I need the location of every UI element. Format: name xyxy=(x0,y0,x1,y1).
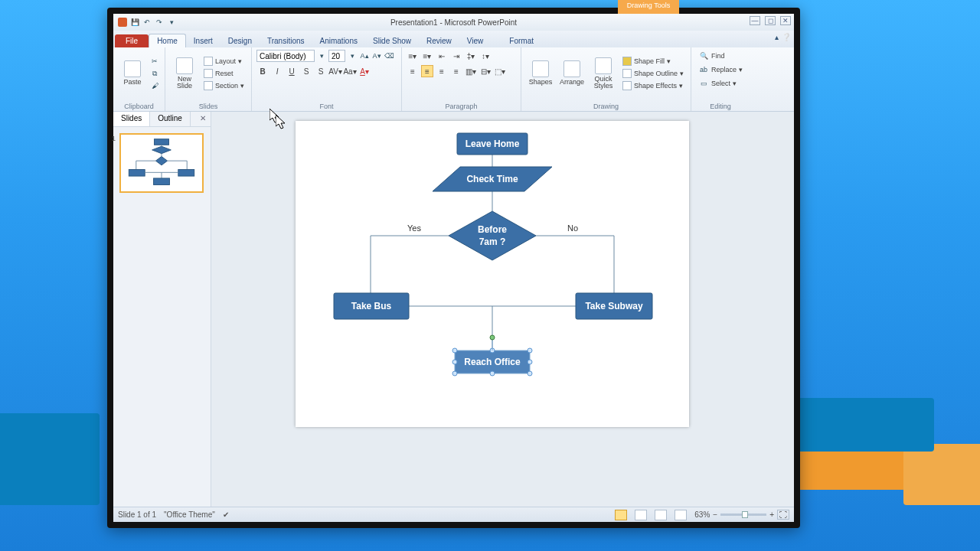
tab-animations[interactable]: Animations xyxy=(312,34,365,47)
shadow-button[interactable]: S xyxy=(315,65,327,77)
ribbon: Paste ✂ ⧉ 🖌 Clipboard New Slide Layout ▾ xyxy=(113,47,794,112)
quick-styles-button[interactable]: Quick Styles xyxy=(589,50,618,97)
slide[interactable]: Leave Home Check Time Before 7am ? Yes N… xyxy=(296,121,689,427)
grow-font-icon[interactable]: A▴ xyxy=(359,51,370,61)
find-button[interactable]: 🔍Find xyxy=(696,50,745,62)
reading-view-button[interactable] xyxy=(655,510,667,520)
clear-format-icon[interactable]: ⌫ xyxy=(384,51,394,61)
new-slide-button[interactable]: New Slide xyxy=(170,50,199,97)
line-spacing-button[interactable]: ‡▾ xyxy=(465,50,477,62)
chevron-down-icon[interactable]: ▾ xyxy=(316,51,327,61)
slide-number: 1 xyxy=(112,135,116,142)
tab-design[interactable]: Design xyxy=(220,34,260,47)
resize-handle[interactable] xyxy=(528,360,532,364)
resize-handle[interactable] xyxy=(490,371,495,376)
align-center-button[interactable]: ≡ xyxy=(421,65,433,77)
redo-icon[interactable]: ↷ xyxy=(155,18,164,27)
shape-effects-button[interactable]: Shape Effects ▾ xyxy=(620,80,686,91)
fit-window-button[interactable]: ⛶ xyxy=(777,510,789,520)
layout-button[interactable]: Layout ▾ xyxy=(201,56,247,67)
arrange-button[interactable]: Arrange xyxy=(557,50,586,97)
paste-button[interactable]: Paste xyxy=(118,50,147,97)
desktop-decor xyxy=(781,398,934,452)
font-name-input[interactable] xyxy=(256,50,315,62)
font-size-input[interactable] xyxy=(328,50,345,62)
align-left-button[interactable]: ≡ xyxy=(407,65,419,77)
zoom-in-button[interactable]: + xyxy=(769,510,774,519)
shape-outline-button[interactable]: Shape Outline ▾ xyxy=(620,68,686,79)
cut-icon[interactable]: ✂ xyxy=(149,56,160,67)
spacing-button[interactable]: AV▾ xyxy=(329,65,341,77)
minimize-button[interactable]: — xyxy=(750,16,760,25)
align-text-button[interactable]: ⊟▾ xyxy=(479,65,492,77)
close-panel-button[interactable]: ✕ xyxy=(195,112,211,126)
tab-home[interactable]: Home xyxy=(149,34,186,47)
spellcheck-icon[interactable]: ✔ xyxy=(223,510,229,519)
sorter-view-button[interactable] xyxy=(635,510,647,520)
chevron-down-icon[interactable]: ▾ xyxy=(347,51,358,61)
replace-button[interactable]: abReplace ▾ xyxy=(696,64,745,76)
group-label: Slides xyxy=(170,103,247,110)
help-icon[interactable]: ❔ xyxy=(782,33,791,41)
columns-button[interactable]: ▥▾ xyxy=(465,65,477,77)
qat-dropdown-icon[interactable]: ▾ xyxy=(167,18,176,27)
slide-canvas[interactable]: Leave Home Check Time Before 7am ? Yes N… xyxy=(211,112,794,507)
text-direction-button[interactable]: ↕▾ xyxy=(479,50,492,62)
desktop-decor xyxy=(0,413,100,505)
shape-fill-button[interactable]: Shape Fill ▾ xyxy=(620,56,686,67)
format-painter-icon[interactable]: 🖌 xyxy=(149,80,160,91)
group-paragraph: ≡▾ ≡▾ ⇤ ⇥ ‡▾ ↕▾ ≡ ≡ ≡ ≡ ▥▾ ⊟▾ ⬚▾ Paragra xyxy=(402,47,521,111)
bold-button[interactable]: B xyxy=(256,65,269,77)
strike-button[interactable]: S xyxy=(300,65,312,77)
italic-button[interactable]: I xyxy=(271,65,283,77)
copy-icon[interactable]: ⧉ xyxy=(149,68,160,79)
outdent-button[interactable]: ⇤ xyxy=(436,50,448,62)
underline-button[interactable]: U xyxy=(286,65,298,77)
case-button[interactable]: Aa▾ xyxy=(344,65,356,77)
zoom-slider[interactable] xyxy=(720,514,766,516)
window-title: Presentation1 - Microsoft PowerPoint xyxy=(113,18,794,27)
slideshow-view-button[interactable] xyxy=(675,510,687,520)
align-right-button[interactable]: ≡ xyxy=(436,65,448,77)
resize-handle[interactable] xyxy=(452,360,457,364)
tab-file[interactable]: File xyxy=(115,34,149,47)
smartart-button[interactable]: ⬚▾ xyxy=(494,65,506,77)
maximize-button[interactable]: ◻ xyxy=(765,16,776,25)
tab-slideshow[interactable]: Slide Show xyxy=(365,34,419,47)
shape-label: 7am ? xyxy=(479,236,506,247)
resize-handle[interactable] xyxy=(452,371,457,376)
shapes-button[interactable]: Shapes xyxy=(526,50,555,97)
reset-button[interactable]: Reset xyxy=(201,68,247,79)
tab-view[interactable]: View xyxy=(459,34,492,47)
tab-format[interactable]: Format xyxy=(501,34,541,47)
sidebar-tab-slides[interactable]: Slides xyxy=(113,112,150,126)
bullets-button[interactable]: ≡▾ xyxy=(407,50,419,62)
section-button[interactable]: Section ▾ xyxy=(201,80,247,91)
indent-button[interactable]: ⇥ xyxy=(450,50,462,62)
branch-label-no: No xyxy=(567,223,578,233)
tab-review[interactable]: Review xyxy=(419,34,459,47)
shape-label: Take Subway xyxy=(585,301,642,311)
close-button[interactable]: ✕ xyxy=(780,16,791,25)
shape-label: Reach Office xyxy=(464,357,521,367)
shrink-font-icon[interactable]: A▾ xyxy=(371,51,382,61)
resize-handle[interactable] xyxy=(452,348,457,353)
rotate-handle[interactable] xyxy=(490,335,495,340)
minimize-ribbon-icon[interactable]: ▴ xyxy=(775,33,779,41)
resize-handle[interactable] xyxy=(528,371,532,376)
zoom-control[interactable]: 63% − + ⛶ xyxy=(694,510,789,520)
resize-handle[interactable] xyxy=(528,348,532,353)
tab-transitions[interactable]: Transitions xyxy=(260,34,312,47)
tab-insert[interactable]: Insert xyxy=(186,34,220,47)
zoom-out-button[interactable]: − xyxy=(713,510,717,519)
undo-icon[interactable]: ↶ xyxy=(142,18,152,27)
shape-decision[interactable] xyxy=(449,211,536,260)
select-button[interactable]: ▭Select ▾ xyxy=(696,77,745,90)
normal-view-button[interactable] xyxy=(615,510,627,520)
sidebar-tab-outline[interactable]: Outline xyxy=(150,112,191,126)
save-icon[interactable]: 💾 xyxy=(130,18,139,27)
justify-button[interactable]: ≡ xyxy=(450,65,462,77)
font-color-button[interactable]: A▾ xyxy=(358,65,371,77)
slide-thumbnail[interactable]: 1 xyxy=(119,133,204,193)
numbering-button[interactable]: ≡▾ xyxy=(421,50,433,62)
